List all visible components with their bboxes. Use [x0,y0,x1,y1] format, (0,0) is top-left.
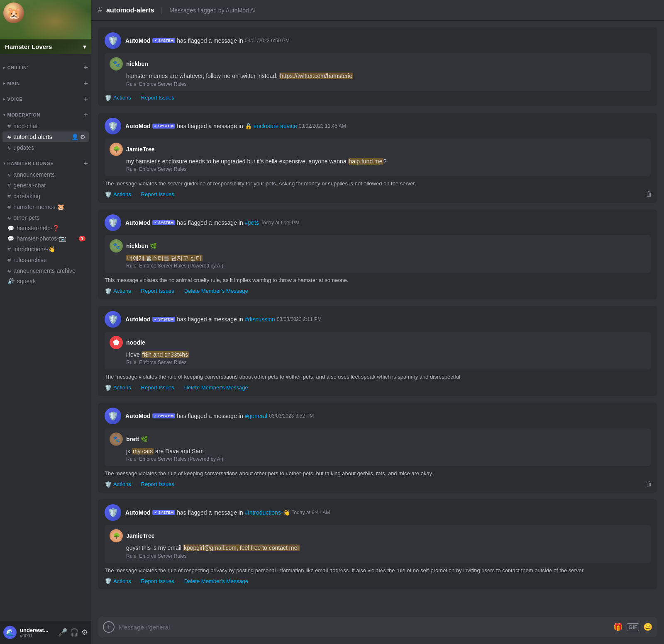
category-voice[interactable]: ▸ VOICE + [0,89,91,104]
headphones-icon[interactable]: 🎧 [70,628,79,637]
delete-message-icon[interactable]: 🗑 [646,480,652,488]
alert-actions: 🛡️ Actions · Report Issues · Delete Memb… [105,384,651,391]
server-header[interactable]: 🐹 Hamster Lovers ▾ [0,0,91,54]
channel-list: ▸ CHILLIN' + ▸ MAIN + ▸ VOICE + ▾ MODERA… [0,54,91,621]
add-channel-icon[interactable]: + [84,160,88,167]
user-icon[interactable]: 👤 [71,134,78,140]
delete-member-message-button[interactable]: Delete Member's Message [184,288,248,294]
sidebar-item-general-chat[interactable]: # general-chat [2,180,89,190]
microphone-icon[interactable]: 🎤 [58,628,67,637]
category-main[interactable]: ▸ MAIN + [0,73,91,89]
channel-link[interactable]: #introductions-👋 [245,509,290,516]
user-footer: 🌊 underwat... #0001 🎤 🎧 ⚙ [0,621,91,644]
hash-icon: # [7,256,11,263]
message-rule: Rule: Enforce Server Rules (Powered by A… [126,263,646,269]
category-chillin[interactable]: ▸ CHILLIN' + [0,57,91,73]
actions-button[interactable]: 🛡️ Actions [105,191,131,198]
sidebar-item-caretaking[interactable]: # caretaking [2,191,89,201]
sidebar-item-hamster-help[interactable]: 💬 hamster-help-❓ [2,223,89,233]
emoji-icon[interactable]: 😊 [643,622,652,632]
sidebar-item-introductions[interactable]: # introductions-👋 [2,244,89,254]
message-highlight: halp fund me [348,158,383,165]
actions-button[interactable]: 🛡️ Actions [105,384,131,391]
alert-actions: 🛡️ Actions · Report Issues [105,481,651,488]
violation-text: The message violates the rule of keeping… [105,373,651,381]
message-author-name: nickben [126,61,148,67]
message-author-name: JamieTree [126,532,155,539]
alert-card: 🛡️ AutoMod ✓ SYSTEM has flagged a messag… [98,209,657,299]
add-attachment-button[interactable]: + [103,621,115,633]
settings-icon[interactable]: ⚙ [81,628,88,637]
actions-button[interactable]: 🛡️ Actions [105,481,131,488]
hash-icon: # [7,245,11,253]
report-issues-button[interactable]: Report Issues [141,191,174,197]
forum-icon: 💬 [7,225,14,231]
channel-name: mod-chat [13,123,85,129]
chevron-down-icon: ▾ [3,161,6,165]
alert-timestamp: 03/03/2023 3:52 PM [269,413,314,419]
alert-actions: 🛡️ Actions · Report Issues [105,95,651,101]
message-highlight: fi$h and ch33t4hs [142,351,189,358]
add-channel-icon[interactable]: + [84,80,88,87]
automod-avatar: 🛡️ [105,118,121,134]
sidebar-item-automod-alerts[interactable]: # automod-alerts 👤 ⚙ [2,131,89,142]
topbar-separator: │ [160,7,164,14]
delete-member-message-button[interactable]: Delete Member's Message [184,578,248,584]
sidebar-item-announcements[interactable]: # announcements [2,169,89,180]
delete-member-message-button[interactable]: Delete Member's Message [184,384,248,391]
sidebar-item-squeak[interactable]: 🔊 squeak [2,276,89,286]
sidebar-item-announcements-archive[interactable]: # announcements-archive [2,265,89,276]
category-hamster-lounge[interactable]: ▾ HAMSTER LOUNGE + [0,153,91,169]
flagged-text: has flagged a message in [177,123,243,129]
server-dropdown-icon[interactable]: ▾ [83,43,86,51]
sidebar-item-hamster-photos[interactable]: 💬 hamster-photos-📷 1 [2,233,89,243]
message-preview: 🌳 JamieTree my hamster's enclosure needs… [105,139,651,177]
add-channel-icon[interactable]: + [84,64,88,71]
message-author-avatar: 🐾 [110,57,123,70]
actions-button[interactable]: 🛡️ Actions [105,95,131,101]
channel-topbar: # automod-alerts │ Messages flagged by A… [91,0,664,21]
channel-name: introductions-👋 [13,246,85,253]
delete-message-icon[interactable]: 🗑 [646,190,652,198]
alert-timestamp: 03/02/2023 11:45 AM [299,123,346,129]
hash-icon: # [7,144,11,151]
sidebar-item-rules-archive[interactable]: # rules-archive [2,255,89,265]
category-moderation[interactable]: ▾ MODERATION + [0,104,91,120]
report-issues-button[interactable]: Report Issues [141,288,174,294]
actions-button[interactable]: 🛡️ Actions [105,288,131,294]
report-issues-button[interactable]: Report Issues [141,384,174,391]
channel-link[interactable]: #discussion [245,316,275,323]
channel-link[interactable]: 🔒 enclosure advice [245,123,297,129]
actions-button[interactable]: 🛡️ Actions [105,578,131,584]
report-issues-button[interactable]: Report Issues [141,481,174,487]
shield-small-icon: 🛡️ [105,191,112,198]
add-channel-icon[interactable]: + [84,95,88,103]
message-input[interactable] [119,624,609,631]
alert-header: 🛡️ AutoMod ✓ SYSTEM has flagged a messag… [105,311,651,328]
footer-discriminator: #0001 [20,633,55,638]
sidebar-item-mod-chat[interactable]: # mod-chat [2,121,89,131]
sidebar-item-updates[interactable]: # updates [2,142,89,153]
settings-icon[interactable]: ⚙ [80,134,85,140]
gif-icon[interactable]: GIF [627,623,639,631]
channel-name: squeak [17,278,85,284]
flagged-text: has flagged a message in [177,509,243,516]
add-channel-icon[interactable]: + [84,111,88,119]
hash-icon: # [7,192,11,199]
gift-icon[interactable]: 🎁 [613,622,622,632]
system-badge: ✓ SYSTEM [152,413,176,418]
report-issues-button[interactable]: Report Issues [141,95,174,101]
sidebar-item-hamster-memes[interactable]: # hamster-memes-🐹 [2,202,89,212]
channel-link[interactable]: #pets [245,219,259,226]
channel-link[interactable]: #general [245,413,268,419]
channel-name: announcements [13,171,85,178]
system-badge: ✓ SYSTEM [152,220,176,225]
flagged-text: has flagged a message in [177,316,243,323]
message-author-avatar: 🐾 [110,433,123,446]
report-issues-button[interactable]: Report Issues [141,578,174,584]
shield-small-icon: 🛡️ [105,288,112,294]
message-author-name: noodle [126,339,145,346]
message-content: i love fi$h and ch33t4hs [126,351,646,359]
automod-name: AutoMod [125,123,151,129]
sidebar-item-other-pets[interactable]: # other-pets [2,212,89,223]
